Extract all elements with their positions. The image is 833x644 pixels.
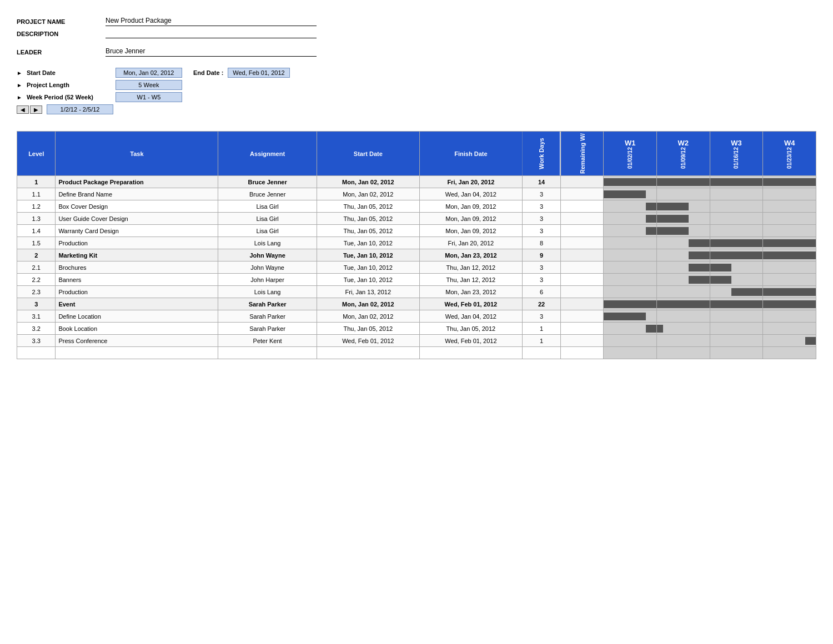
project-name-value: New Product Package [106, 17, 317, 26]
gantt-week-cell [763, 310, 816, 323]
cell-start: Thu, Jan 05, 2012 [317, 213, 419, 225]
cell-assignment: Lois Lang [218, 286, 317, 298]
gantt-week-cell [604, 249, 657, 261]
gantt-week-cell [763, 274, 816, 286]
cell-days: 14 [522, 176, 560, 188]
gantt-week-cell [710, 261, 763, 274]
cell-days: 3 [522, 200, 560, 213]
end-date-value: Wed, Feb 01, 2012 [228, 68, 289, 78]
cell-start: Tue, Jan 10, 2012 [317, 261, 419, 274]
week-period-label: Week Period (52 Week) [27, 94, 116, 100]
col-remaining-header: Remaining W/ [561, 132, 604, 176]
gantt-week-cell [604, 335, 657, 347]
col-assignment-header: Assignment [218, 132, 317, 176]
project-length-value: 5 Week [116, 80, 182, 90]
gantt-week-cell [710, 286, 763, 298]
gantt-week-cell [604, 323, 657, 335]
cell-finish: Fri, Jan 20, 2012 [419, 176, 522, 188]
cell-task: Banners [56, 274, 218, 286]
gantt-week-cell [710, 213, 763, 225]
cell-task [56, 347, 218, 359]
start-date-label: Start Date [27, 69, 116, 76]
cell-days: 1 [522, 323, 560, 335]
cell-task: Book Location [56, 323, 218, 335]
gantt-table: Level Task Assignment Start Date Finish … [17, 131, 816, 359]
cell-assignment: John Wayne [218, 261, 317, 274]
nav-prev-button[interactable]: ◀ [17, 105, 29, 114]
cell-level: 1.2 [17, 200, 56, 213]
gantt-week-cell [604, 261, 657, 274]
table-row: 1 Product Package Preparation Bruce Jenn… [17, 176, 816, 188]
cell-level: 3.1 [17, 310, 56, 323]
date-range-value: 1/2/12 - 2/5/12 [47, 104, 113, 114]
cell-start: Tue, Jan 10, 2012 [317, 274, 419, 286]
cell-remaining [561, 176, 604, 188]
cell-task: Define Location [56, 310, 218, 323]
cell-remaining [561, 274, 604, 286]
w3-date: 01/16/12 [733, 147, 739, 169]
cell-days: 3 [522, 261, 560, 274]
col-level-header: Level [17, 132, 56, 176]
cell-level: 3 [17, 298, 56, 310]
cell-level: 1.3 [17, 213, 56, 225]
cell-finish: Wed, Feb 01, 2012 [419, 298, 522, 310]
gantt-week-cell [604, 286, 657, 298]
cell-remaining [561, 347, 604, 359]
cell-finish: Mon, Jan 09, 2012 [419, 213, 522, 225]
gantt-week-cell [763, 200, 816, 213]
gantt-week-cell [763, 176, 816, 188]
gantt-week-cell [710, 310, 763, 323]
gantt-week-cell [710, 237, 763, 249]
gantt-week-cell [710, 176, 763, 188]
gantt-week-cell [657, 200, 710, 213]
gantt-week-cell [763, 225, 816, 237]
cell-days: 22 [522, 298, 560, 310]
gantt-week-cell [657, 286, 710, 298]
gantt-week-cell [710, 298, 763, 310]
cell-days: 3 [522, 225, 560, 237]
w2-date: 01/09/12 [680, 147, 686, 169]
table-row [17, 347, 816, 359]
cell-assignment: Lois Lang [218, 237, 317, 249]
table-row: 3.3 Press Conference Peter Kent Wed, Feb… [17, 335, 816, 347]
project-length-label: Project Length [27, 82, 116, 88]
gantt-week-cell [657, 347, 710, 359]
gantt-week-cell [710, 200, 763, 213]
leader-label: LEADER [17, 49, 106, 56]
gantt-week-cell [604, 213, 657, 225]
cell-task: Define Brand Name [56, 188, 218, 200]
cell-start: Mon, Jan 02, 2012 [317, 188, 419, 200]
table-row: 3 Event Sarah Parker Mon, Jan 02, 2012 W… [17, 298, 816, 310]
table-row: 1.4 Warranty Card Design Lisa Girl Thu, … [17, 225, 816, 237]
cell-level: 1.1 [17, 188, 56, 200]
w1-label: W1 [606, 139, 654, 147]
cell-task: Marketing Kit [56, 249, 218, 261]
gantt-week-cell [657, 323, 710, 335]
cell-finish: Thu, Jan 12, 2012 [419, 274, 522, 286]
gantt-week-cell [657, 310, 710, 323]
cell-start: Wed, Feb 01, 2012 [317, 335, 419, 347]
cell-finish: Fri, Jan 20, 2012 [419, 237, 522, 249]
cell-level [17, 347, 56, 359]
week-period-value: W1 - W5 [116, 92, 182, 102]
gantt-week-cell [763, 261, 816, 274]
nav-next-button[interactable]: ▶ [30, 105, 42, 114]
cell-level: 2 [17, 249, 56, 261]
gantt-week-cell [604, 347, 657, 359]
cell-remaining [561, 310, 604, 323]
cell-days: 9 [522, 249, 560, 261]
cell-assignment [218, 347, 317, 359]
cell-level: 3.2 [17, 323, 56, 335]
cell-start: Tue, Jan 10, 2012 [317, 237, 419, 249]
cell-task: Event [56, 298, 218, 310]
gantt-week-cell [710, 249, 763, 261]
cell-days: 3 [522, 310, 560, 323]
gantt-week-cell [604, 274, 657, 286]
cell-assignment: Lisa Girl [218, 225, 317, 237]
w1-date: 01/02/12 [627, 147, 633, 169]
gantt-week-cell [763, 298, 816, 310]
project-name-label: PROJECT NAME [17, 18, 106, 25]
cell-start: Tue, Jan 10, 2012 [317, 249, 419, 261]
table-header-row: Level Task Assignment Start Date Finish … [17, 132, 816, 176]
cell-task: Warranty Card Design [56, 225, 218, 237]
